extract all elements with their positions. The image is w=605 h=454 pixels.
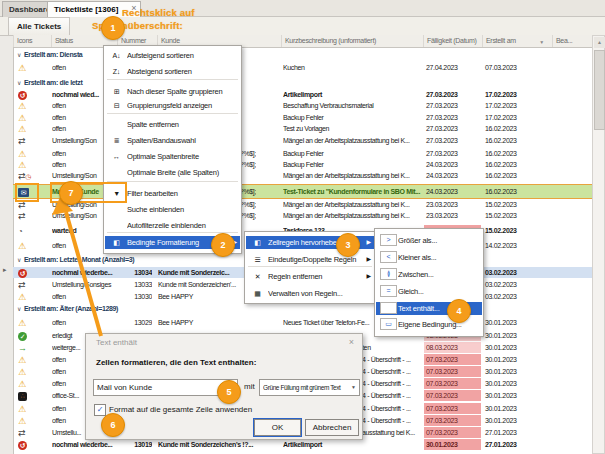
table-row[interactable]: ↺nochmal wiederbe...13019Kunde mit Sonde… <box>13 439 592 450</box>
status-cell: offen <box>52 317 118 328</box>
menu-item-optimale-breite-alle-spalten[interactable]: Optimale Breite (alle Spalten) <box>105 166 240 179</box>
customer-cell: Kunde mit Sonderzeichen'... <box>158 279 256 290</box>
table-row[interactable]: ⇄Umstellung/SonMängel an der Arbeitsplat… <box>13 135 592 146</box>
apply-whole-row-checkbox[interactable]: ✓ <box>94 404 106 416</box>
table-row[interactable]: ⚠offen13029Bee HAPPYNeues Ticket über Te… <box>13 317 592 328</box>
format-dropdown[interactable]: Grüne Füllung mit grünem Text ▼ <box>259 379 360 396</box>
group-row[interactable]: ∨Erstellt am: die letzt <box>13 77 592 88</box>
column-header-f-lligkeit-datum-[interactable]: Fälligkeit (Datum) <box>423 35 486 47</box>
menu-item-autofilterzeile-einblenden[interactable]: Autofilterzeile einblenden <box>105 219 240 232</box>
condition-item-größer-als[interactable]: >Größer als... <box>376 234 482 247</box>
ticket-type-cell: ↺ <box>18 89 50 100</box>
created-date-cell: 27.01.2023 <box>483 427 549 438</box>
recurrence-icon: ↺ <box>18 91 27 100</box>
menu-item-absteigend-sortieren[interactable]: Z↓Absteigend sortieren <box>105 65 240 78</box>
due-date-cell: 07.03.2023 <box>424 354 481 365</box>
column-header-erstellt-am[interactable]: Erstellt am▼ <box>482 35 554 47</box>
step-6-badge: 6 <box>101 413 125 437</box>
status-cell: offen <box>52 291 118 302</box>
warning-icon: ⚠ <box>18 380 26 389</box>
ok-button[interactable]: OK <box>254 419 301 436</box>
ticket-type-cell: ⇄ <box>18 135 50 146</box>
column-header-icons[interactable]: Icons <box>13 35 55 47</box>
step-5-badge: 5 <box>217 380 241 404</box>
dialog-title: Text enthält <box>96 338 137 347</box>
menu-item-spalte-entfernen[interactable]: Spalte entfernen <box>105 118 240 131</box>
ticket-type-cell: ⚠ <box>18 378 50 389</box>
submenu-item-verwalten-von-regeln[interactable]: ▦Verwalten von Regeln... <box>246 287 374 300</box>
column-header-bea-[interactable]: Bea... <box>552 35 596 47</box>
condition-item-kleiner-als[interactable]: <Kleiner als... <box>376 251 482 264</box>
short-description-cell: 4 - Überschrift - ... <box>362 415 423 426</box>
menu-item-label: Filter bearbeiten <box>127 187 230 200</box>
chevron-down-icon[interactable]: ∨ <box>17 257 21 263</box>
chevron-down-icon[interactable]: ∨ <box>17 80 21 86</box>
table-row[interactable]: ⚠offenTest zu Vorlagen27.03.202316.02.20… <box>13 123 592 134</box>
ticket-number-cell: 13033 <box>118 279 152 290</box>
vertical-scrollbar[interactable]: ▲ <box>592 35 605 454</box>
table-row[interactable]: ⚠offen!?%$];Backup Fehler24.03.202316.02… <box>13 159 592 170</box>
created-date-cell: 03.02.2023 <box>483 291 549 302</box>
table-row[interactable]: ⇄Umstellung/Son!?%$];Mängel an der Arbei… <box>13 210 592 221</box>
menu-item-spalten-bandauswahl[interactable]: ≣Spalten/Bandauswahl <box>105 134 240 147</box>
table-row[interactable]: ⇄◷Umstellung/SonMängel an der Arbeitspla… <box>13 170 592 181</box>
chevron-down-icon[interactable]: ∨ <box>17 52 21 58</box>
ticket-type-cell: ⚠ <box>18 112 50 123</box>
created-date-cell: 14.02.2023 <box>483 240 549 251</box>
menu-item-aufsteigend-sortieren[interactable]: A↓Aufsteigend sortieren <box>105 49 240 62</box>
step-2-badge: 2 <box>211 233 235 257</box>
best-fit-icon: ↔ <box>109 150 124 163</box>
column-header-kurzbeschreibung-unformatiert-[interactable]: Kurzbeschreibung (unformatiert) <box>281 35 427 47</box>
ticket-type-cell: ↺ <box>18 267 50 278</box>
check-icon: ✓ <box>18 332 27 341</box>
created-date-cell: 16.02.2023 <box>483 170 549 181</box>
group-row[interactable]: ∨Erstellt am: Älter (Anzahl=1289) <box>13 303 592 314</box>
short-description-cell: Mängel an der Arbeitsplatzausstattung be… <box>283 199 423 210</box>
column-context-menu: A↓Aufsteigend sortierenZ↓Absteigend sort… <box>103 45 242 254</box>
table-row[interactable]: ⚠offen!?%$];Backup Fehler27.03.202316.02… <box>13 148 592 159</box>
menu-item-suche-einblenden[interactable]: Suche einblenden <box>105 203 240 216</box>
ticket-type-cell: ✓ <box>18 330 50 341</box>
swap-icon: ⇄ <box>18 428 25 438</box>
table-row[interactable]: ↺nochmal wied...Artikelimport27.03.20231… <box>13 89 592 100</box>
scrollbar-thumb[interactable] <box>594 50 605 130</box>
cancel-button[interactable]: Abbrechen <box>305 419 359 436</box>
dialog-close-icon[interactable]: × <box>349 337 354 347</box>
short-description-cell: Test zu Vorlagen <box>283 123 423 134</box>
menu-item-label: Nach dieser Spalte gruppieren <box>127 85 230 98</box>
condition-item-zwischen[interactable]: ≬Zwischen... <box>376 268 482 281</box>
table-row[interactable]: ⚠offenBackup Fehler27.03.202317.02.2023 <box>13 112 592 123</box>
view-tab-alle-tickets[interactable]: Alle Tickets <box>8 17 70 35</box>
menu-item-label: Verwalten von Regeln... <box>268 287 364 300</box>
warning-icon: ⚠ <box>18 64 26 73</box>
short-description-cell: Artikelimport <box>283 89 423 100</box>
menu-item-label: Autofilterzeile einblenden <box>127 219 230 232</box>
menu-item-label: Absteigend sortieren <box>127 65 230 78</box>
stopwatch-icon: ◔ <box>18 226 22 236</box>
warning-icon: ⚠ <box>18 405 26 414</box>
warning-icon: ⚠ <box>18 161 26 170</box>
step-7-badge: 7 <box>59 181 83 205</box>
chevron-down-icon[interactable]: ∨ <box>17 306 21 312</box>
dialog-instruction: Zellen formatieren, die den Text enthalt… <box>96 358 256 367</box>
group-row[interactable]: ∨Erstellt am: Diensta <box>13 49 592 60</box>
cond-format-icon: ◧ <box>109 236 124 249</box>
menu-item-gruppierungsfeld-anzeigen[interactable]: ⊟Gruppierungsfeld anzeigen <box>105 99 240 112</box>
table-row[interactable]: ⚠offenKuchen27.04.202307.03.2023 <box>13 62 592 73</box>
menu-item-label: Spalten/Bandauswahl <box>127 134 230 147</box>
short-description-cell: Mängel an der Arbeitsplatzausstattung be… <box>283 170 423 181</box>
warning-icon: ⚠ <box>18 356 26 365</box>
created-date-cell: 30.01.2023 <box>483 390 549 401</box>
created-date-cell: 03.02.2023 <box>483 267 549 278</box>
submenu-item-eindeutige-doppelte-regeln[interactable]: ☰Eindeutige/Doppelte Regeln▶ <box>246 253 374 266</box>
menu-item-label: Spalte entfernen <box>127 118 230 131</box>
menu-item-label: Gleich... <box>398 285 472 298</box>
menu-item-nach-dieser-spalte-gruppieren[interactable]: ⊞Nach dieser Spalte gruppieren <box>105 85 240 98</box>
menu-item-optimale-spaltenbreite[interactable]: ↔Optimale Spaltenbreite <box>105 150 240 163</box>
menu-item-label: Zwischen... <box>398 268 472 281</box>
dropdown-arrow-icon[interactable]: ▼ <box>349 380 358 393</box>
created-date-cell: 30.01.2023 <box>483 403 549 414</box>
table-row[interactable]: ⚠offenBeschaffung Verbrauchsmaterial27.0… <box>13 100 592 111</box>
submenu-item-regeln-entfernen[interactable]: ✕Regeln entfernen▶ <box>246 270 374 283</box>
condition-item-gleich[interactable]: =Gleich... <box>376 285 482 298</box>
